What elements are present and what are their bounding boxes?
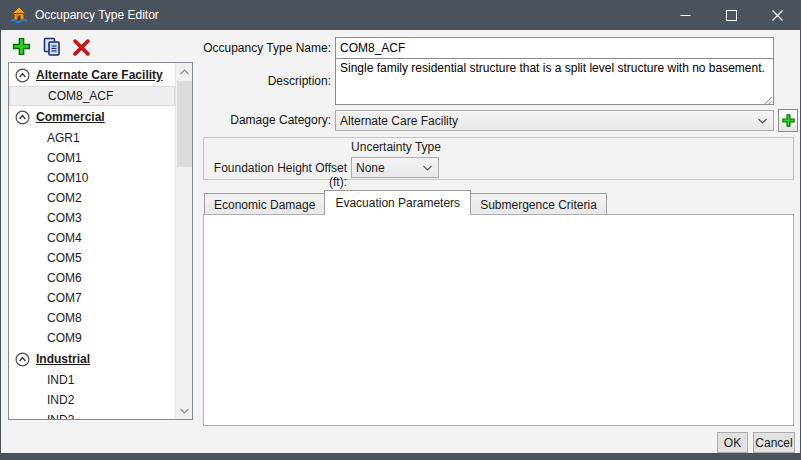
sidebar-item[interactable]: AGR1 [9, 128, 175, 148]
add-damage-category-button[interactable] [778, 109, 798, 132]
sidebar-item-label: COM10 [47, 171, 88, 185]
sidebar-item[interactable]: COM1 [9, 148, 175, 168]
foundation-height-offset-combobox[interactable]: None [351, 157, 439, 178]
sidebar-item-label: IND2 [47, 393, 74, 407]
sidebar-item-label: COM8 [47, 311, 82, 325]
scroll-up-icon[interactable] [176, 63, 193, 80]
sidebar-item[interactable]: COM6 [9, 268, 175, 288]
description-textarea[interactable]: Single family residential structure that… [335, 58, 774, 105]
foundation-height-offset-label: Foundation Height Offset (ft): [207, 161, 347, 189]
maximize-button[interactable] [708, 0, 754, 30]
collapse-icon[interactable] [15, 110, 30, 125]
sidebar-item-label: IND1 [47, 373, 74, 387]
damage-category-combobox[interactable]: Alternate Care Facility [335, 110, 774, 131]
uncertainty-type-title: Uncertainty Type [321, 140, 471, 154]
sidebar-item-label: COM5 [47, 251, 82, 265]
evacuation-parameters-panel [203, 214, 794, 426]
sidebar-item-label: AGR1 [47, 131, 80, 145]
sidebar-item[interactable]: IND3 [9, 410, 175, 420]
sidebar-item[interactable]: COM3 [9, 208, 175, 228]
tab-label: Economic Damage [214, 198, 315, 212]
damage-category-value: Alternate Care Facility [340, 114, 758, 128]
sidebar-item[interactable]: COM10 [9, 168, 175, 188]
minimize-icon [680, 10, 691, 21]
occupancy-type-name-input[interactable] [335, 37, 774, 59]
ok-button[interactable]: OK [717, 432, 748, 453]
maximize-icon [726, 10, 737, 21]
sidebar-item-label: COM1 [47, 151, 82, 165]
sidebar-item[interactable]: IND1 [9, 370, 175, 390]
description-label: Description: [201, 58, 331, 105]
tab-label: Submergence Criteria [480, 198, 597, 212]
plus-icon [781, 113, 796, 128]
sidebar-item[interactable]: COM8_ACF [9, 86, 175, 106]
sidebar-item[interactable]: IND2 [9, 390, 175, 410]
sidebar-category-label: Alternate Care Facility [36, 68, 163, 82]
tab-evacuation-parameters[interactable]: Evacuation Parameters [324, 190, 471, 215]
sidebar-item-label: IND3 [47, 413, 74, 420]
window-bottom-border [1, 453, 800, 460]
tab-economic-damage[interactable]: Economic Damage [204, 193, 325, 215]
damage-category-label: Damage Category: [201, 110, 331, 131]
sidebar-item-label: COM7 [47, 291, 82, 305]
collapse-icon[interactable] [15, 68, 30, 83]
sidebar-item-label: COM4 [47, 231, 82, 245]
occupancy-type-editor-window: Occupancy Type Editor [0, 0, 801, 460]
app-icon [10, 6, 28, 24]
collapse-icon[interactable] [15, 352, 30, 367]
minimize-button[interactable] [662, 0, 708, 30]
sidebar-category-row[interactable]: Alternate Care Facility [9, 64, 175, 86]
occupancy-list: Alternate Care Facility COM8_ACF Commerc… [8, 62, 193, 420]
sidebar-item-label: COM9 [47, 331, 82, 345]
scroll-down-icon[interactable] [176, 402, 193, 419]
tab-strip: Economic Damage Evacuation Parameters Su… [204, 190, 606, 215]
sidebar-item-label: COM2 [47, 191, 82, 205]
tab-label: Evacuation Parameters [335, 196, 460, 210]
list-scrollbar[interactable] [175, 63, 192, 419]
chevron-down-icon [758, 118, 767, 124]
sidebar-category-row[interactable]: Industrial [9, 348, 175, 370]
chevron-down-icon [423, 165, 432, 171]
sidebar-item[interactable]: COM4 [9, 228, 175, 248]
sidebar-item[interactable]: COM2 [9, 188, 175, 208]
tab-submergence-criteria[interactable]: Submergence Criteria [470, 193, 607, 215]
cancel-button[interactable]: Cancel [753, 432, 795, 453]
window-title: Occupancy Type Editor [35, 8, 159, 22]
scrollbar-thumb[interactable] [177, 81, 192, 167]
sidebar-item[interactable]: COM7 [9, 288, 175, 308]
foundation-height-offset-value: None [356, 161, 423, 175]
sidebar-item-label: COM6 [47, 271, 82, 285]
copy-occupancy-icon[interactable] [42, 37, 62, 57]
sidebar-item-label: COM3 [47, 211, 82, 225]
sidebar-item[interactable]: COM5 [9, 248, 175, 268]
occupancy-type-name-label: Occupancy Type Name: [201, 37, 331, 59]
sidebar-item[interactable]: COM8 [9, 308, 175, 328]
add-occupancy-icon[interactable] [11, 36, 32, 57]
sidebar-category-row[interactable]: Commercial [9, 106, 175, 128]
close-button[interactable] [754, 0, 800, 30]
sidebar-category-label: Industrial [36, 352, 90, 366]
occupancy-list-content: Alternate Care Facility COM8_ACF Commerc… [9, 64, 175, 420]
titlebar: Occupancy Type Editor [1, 0, 800, 30]
delete-occupancy-icon[interactable] [73, 39, 90, 56]
sidebar-item-label: COM8_ACF [48, 89, 113, 103]
sidebar-item[interactable]: COM9 [9, 328, 175, 348]
close-icon [772, 10, 783, 21]
sidebar-category-label: Commercial [36, 110, 105, 124]
